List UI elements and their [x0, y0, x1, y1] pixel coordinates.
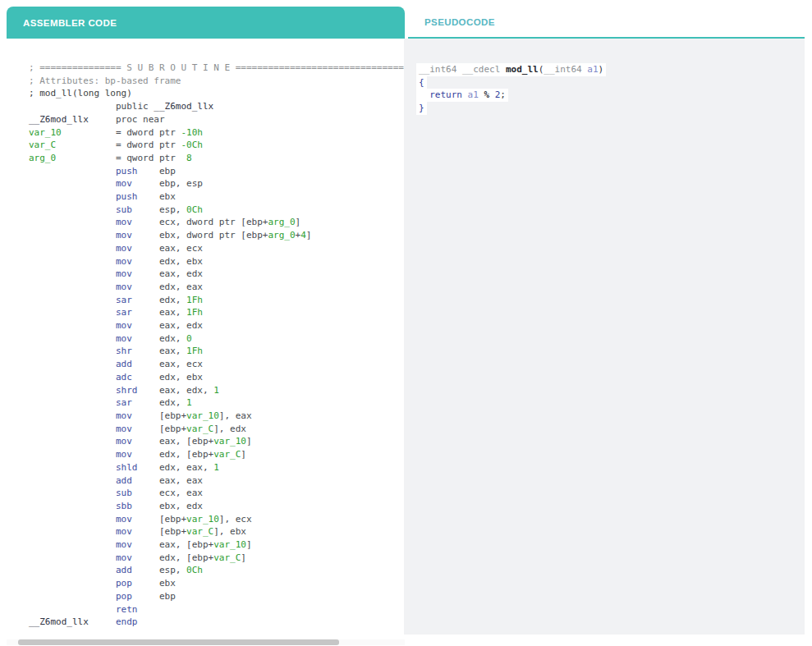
code-token: = dword ptr — [56, 140, 181, 150]
code-token: mov — [29, 410, 159, 421]
asm-line: shr eax, 1Fh — [29, 345, 405, 358]
code-token: var_10 — [213, 436, 246, 447]
highlighted-line: } — [416, 102, 427, 115]
code-token: ) — [599, 64, 604, 75]
code-token: ], ecx — [219, 514, 252, 525]
code-token: 0Ch — [186, 565, 203, 575]
asm-line: sub ecx, eax — [29, 487, 405, 500]
code-token: eax, — [159, 346, 186, 356]
code-token: a1 — [468, 89, 479, 100]
asm-line: mov edx, ebx — [29, 255, 405, 268]
pseudocode-listing: __int64 __cdecl mod_ll(__int64 a1){ retu… — [416, 63, 805, 115]
code-token: add — [29, 565, 159, 575]
asm-line: sar edx, 1Fh — [29, 294, 405, 307]
code-token: mov — [29, 230, 159, 241]
asm-line: mov eax, [ebp+var_10] — [29, 435, 405, 448]
asm-line: mov ebx, dword ptr [ebp+arg_0+4] — [29, 229, 405, 242]
asm-line: push ebp — [29, 165, 405, 178]
code-token: ebp — [159, 591, 176, 602]
pseudo-line: { — [416, 76, 805, 89]
code-token: ebx — [159, 578, 176, 589]
code-token: = dword ptr — [62, 127, 181, 138]
code-token: ], eax — [219, 410, 252, 421]
asm-line: public __Z6mod_llx — [29, 100, 405, 113]
code-token: edx, ebx — [159, 372, 203, 383]
code-token: 1 — [213, 385, 219, 396]
highlighted-line: __int64 __cdecl mod_ll(__int64 a1) — [416, 63, 606, 76]
asm-line: add eax, eax — [29, 474, 405, 488]
highlighted-line: return a1 % 2; — [416, 89, 508, 102]
code-token: var_10 — [213, 539, 246, 550]
highlighted-line: { — [416, 76, 427, 89]
code-token: eax, [ebp+ — [159, 539, 213, 550]
assembler-tab-label: ASSEMBLER CODE — [23, 18, 117, 28]
code-token: mov — [29, 449, 159, 460]
code-token: push — [29, 166, 159, 176]
code-token: shld — [29, 462, 159, 473]
code-token — [489, 89, 495, 100]
code-token: mov — [29, 282, 159, 292]
code-token: mov — [29, 552, 159, 563]
asm-line: add eax, ecx — [29, 358, 405, 371]
code-token: esp, — [159, 565, 186, 575]
code-token: mov — [29, 514, 159, 525]
code-token: ] — [241, 449, 246, 460]
code-token: retn — [29, 604, 137, 615]
code-token: edx, — [159, 295, 186, 305]
code-token: edx, [ebp+ — [159, 552, 213, 563]
asm-line: __Z6mod_llx proc near — [29, 113, 405, 126]
code-token: [ebp+ — [159, 424, 186, 434]
code-token: add — [29, 359, 159, 369]
code-token: arg_0 — [268, 230, 295, 241]
asm-line: var_C = dword ptr -0Ch — [29, 139, 405, 152]
code-token: -10h — [181, 127, 203, 138]
asm-line: mov [ebp+var_C], ebx — [29, 525, 405, 538]
code-token: eax, ecx — [159, 243, 203, 254]
code-token: 4 — [300, 230, 306, 241]
code-token: eax, edx — [159, 320, 203, 331]
asm-line: mov [ebp+var_C], edx — [29, 423, 405, 436]
code-token: shr — [29, 346, 159, 356]
code-token: ecx, dword ptr [ebp+ — [159, 217, 268, 227]
pseudocode-panel: PSEUDOCODE __int64 __cdecl mod_ll(__int6… — [404, 7, 805, 642]
assembler-panel: ASSEMBLER CODE ; =============== S U B R… — [7, 7, 405, 645]
code-token: mov — [29, 217, 159, 227]
asm-line: mov ebp, esp — [29, 177, 405, 190]
code-token: var_C — [213, 449, 241, 460]
code-token: edx, — [159, 333, 186, 344]
code-token: arg_0 — [29, 153, 56, 163]
asm-line: mov eax, edx — [29, 268, 405, 281]
code-token: mov — [29, 333, 159, 344]
code-token: eax, edx, — [159, 385, 213, 396]
code-token: shrd — [29, 385, 159, 396]
code-token: ebx — [159, 191, 176, 202]
code-token: mov — [29, 268, 159, 279]
pseudocode-tab-label: PSEUDOCODE — [424, 17, 495, 27]
code-token: 1Fh — [186, 307, 203, 318]
assembler-code-listing: ; =============== S U B R O U T I N E ==… — [7, 39, 405, 629]
asm-line: __Z6mod_llx endp — [29, 616, 405, 629]
code-token: mov — [29, 320, 159, 331]
code-token: ] — [246, 436, 252, 447]
code-token: edx, eax — [159, 282, 203, 292]
asm-line: mov [ebp+var_10], eax — [29, 410, 405, 423]
pseudocode-body: __int64 __cdecl mod_ll(__int64 a1){ retu… — [404, 39, 805, 635]
scrollbar-thumb[interactable] — [18, 639, 339, 645]
code-token: ] — [241, 552, 246, 563]
tab-pseudocode[interactable]: PSEUDOCODE — [408, 7, 805, 39]
code-token: sar — [29, 295, 159, 305]
tab-assembler-code[interactable]: ASSEMBLER CODE — [7, 7, 405, 39]
asm-line: sub esp, 0Ch — [29, 204, 405, 217]
asm-line: shld edx, eax, 1 — [29, 461, 405, 474]
code-token: ecx, eax — [159, 488, 203, 498]
decompiler-view: ASSEMBLER CODE ; =============== S U B R… — [0, 0, 812, 646]
code-token: endp — [89, 616, 138, 627]
code-token: } — [419, 103, 424, 113]
code-token: 0 — [186, 333, 192, 344]
code-token: arg_0 — [268, 217, 295, 227]
code-token: __int64 — [544, 64, 587, 75]
code-token: var_C — [186, 424, 213, 434]
code-token: 1 — [186, 397, 192, 408]
code-token: sar — [29, 307, 159, 318]
code-token: ebx, dword ptr [ebp+ — [159, 230, 268, 241]
